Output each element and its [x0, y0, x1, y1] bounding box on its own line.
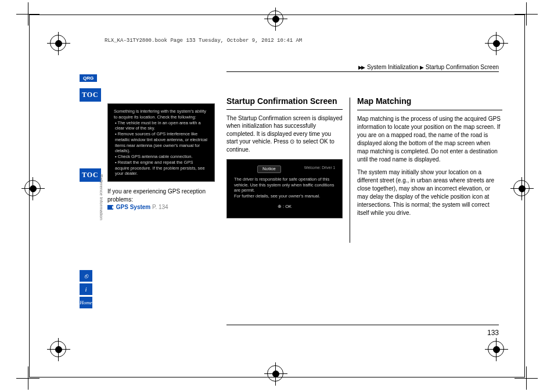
startup-body: The Startup Confirmation screen is displ… [226, 114, 343, 154]
body-text: The Startup Confirmation screen is displ… [226, 115, 343, 153]
link-text: GPS System [116, 204, 150, 210]
notice-driver: Welcome: Driver 1 [304, 166, 335, 172]
breadcrumb-part: System Initialization [367, 64, 418, 70]
registration-mark [50, 35, 66, 51]
side-icon-bar: ⎋ i Home [80, 270, 92, 308]
toc-badge[interactable]: TOC [80, 168, 101, 182]
notice-title: Notice [257, 166, 281, 172]
voice-icon[interactable]: ⎋ [80, 270, 92, 282]
column-divider [350, 98, 350, 243]
rule [226, 71, 499, 72]
print-header: RLX_KA-31TY2800.book Page 133 Tuesday, O… [105, 38, 302, 44]
left-column: Something is interfering with the system… [107, 103, 215, 211]
registration-mark [488, 341, 504, 357]
map-matching-p1: Map matching is the process of using the… [357, 115, 502, 164]
home-icon[interactable]: Home [80, 297, 92, 308]
heading-map-matching: Map Matching [357, 96, 502, 107]
screenshot-bullet: Check GPS antenna cable connection. [115, 154, 208, 160]
info-icon[interactable]: i [80, 283, 92, 295]
registration-mark [488, 35, 504, 51]
registration-mark [24, 180, 41, 196]
notice-ok: ⊕ : OK [234, 204, 335, 210]
link-page: P. 134 [152, 204, 168, 210]
heading-startup: Startup Confirmation Screen [226, 96, 343, 107]
page-number: 133 [487, 329, 499, 337]
registration-mark [513, 180, 530, 196]
toc-badge[interactable]: TOC [80, 88, 101, 102]
crop-mark [515, 2, 538, 26]
screenshot-text: Something is interfering with the system… [114, 109, 208, 120]
registration-mark [267, 10, 283, 27]
middle-column: Startup Confirmation Screen The Startup … [226, 96, 343, 218]
breadcrumb-arrow-icon: ▶▶ [358, 64, 364, 70]
crop-mark [515, 366, 538, 390]
crop-mark [16, 366, 39, 390]
section-side-label: Reference Information [99, 174, 104, 220]
breadcrumb: ▶▶ System Initialization ▶ Startup Confi… [358, 64, 499, 70]
notice-body: The driver is responsible for safe opera… [234, 177, 335, 199]
registration-mark [267, 365, 283, 382]
rule [226, 325, 499, 325]
screenshot-bullet: Remove sources of GPS interference like … [115, 131, 208, 154]
gps-error-screenshot: Something is interfering with the system… [107, 103, 215, 182]
map-matching-p2: The system may initially show your locat… [357, 168, 502, 217]
breadcrumb-arrow-icon: ▶ [420, 64, 423, 70]
screenshot-bullet: The vehicle must be in an open area with… [115, 120, 208, 132]
screenshot-bullet: Restart the engine and repeat the GPS ac… [115, 160, 208, 177]
notice-screenshot: Notice Welcome: Driver 1 The driver is r… [226, 159, 343, 218]
registration-mark [50, 341, 66, 357]
rule [226, 109, 343, 110]
right-column: Map Matching Map matching is the process… [357, 96, 502, 222]
gps-system-link[interactable]: GPS System P. 134 [107, 203, 215, 211]
qrg-badge[interactable]: QRG [80, 74, 97, 82]
breadcrumb-part: Startup Confirmation Screen [426, 64, 499, 70]
gps-note: If you are experiencing GPS reception pr… [107, 188, 215, 203]
rule [357, 110, 502, 110]
link-arrow-icon [107, 205, 113, 210]
crop-mark [16, 2, 39, 26]
